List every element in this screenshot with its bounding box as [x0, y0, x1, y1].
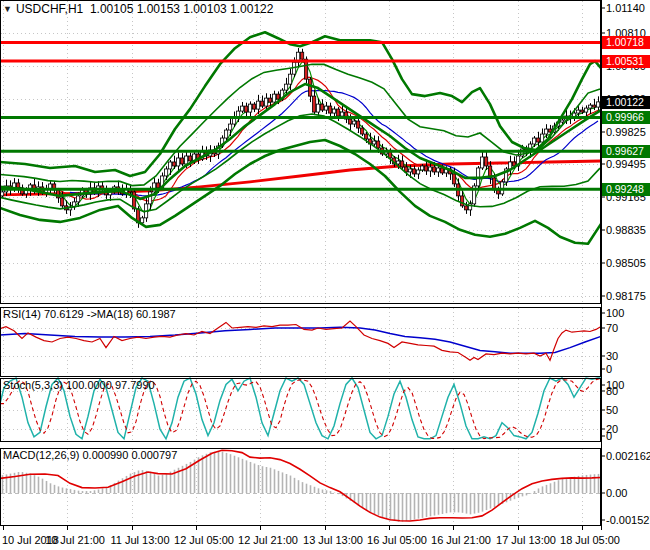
chart-ohlc-readout: 1.00105 1.00153 1.00103 1.00122	[90, 2, 274, 16]
macd-axis-label: 0.00	[606, 487, 627, 499]
stoch-axis-label: 80	[606, 385, 618, 397]
y-axis-label: 0.99495	[606, 158, 646, 170]
stoch-indicator-label: Stoch(5,3,3) 100.0000 97.7990	[3, 379, 155, 391]
rsi-axis-label: 70	[606, 322, 618, 334]
x-axis-label: 11 Jul 13:00	[110, 534, 169, 546]
price-level-badge: 0.99966	[602, 111, 650, 124]
y-axis-label: 0.98505	[606, 257, 646, 269]
price-level-badge: 1.00531	[602, 55, 650, 68]
chart-symbol-title: USDCHF,H1	[16, 2, 83, 16]
rsi-axis-label: 0	[606, 363, 612, 375]
macd-axis-label: -0.001527	[606, 514, 650, 526]
x-axis-label: 12 Jul 05:00	[174, 534, 234, 546]
x-axis-label: 16 Jul 21:00	[431, 534, 491, 546]
chart-canvas[interactable]	[0, 0, 650, 550]
current-price-badge: 1.00122	[602, 96, 650, 109]
x-axis-label: 16 Jul 05:00	[367, 534, 427, 546]
macd-indicator-label: MACD(12,26,9) 0.000990 0.000797	[3, 449, 177, 461]
y-axis-label: 0.99825	[606, 126, 646, 138]
stoch-axis-label: 0	[606, 430, 612, 442]
y-axis-label: 0.98835	[606, 224, 646, 236]
x-axis-label: 12 Jul 21:00	[238, 534, 298, 546]
price-level-badge: 0.99627	[602, 145, 650, 158]
rsi-axis-label: 30	[606, 350, 618, 362]
chart-collapse-icon[interactable]: ▼	[3, 4, 12, 14]
x-axis-label: 10 Jul 21:00	[45, 534, 105, 546]
chart-title-bar: ▼USDCHF,H1 1.00105 1.00153 1.00103 1.001…	[3, 2, 273, 16]
x-axis-label: 13 Jul 13:00	[303, 534, 363, 546]
chart-window: ▼USDCHF,H1 1.00105 1.00153 1.00103 1.001…	[0, 0, 650, 550]
x-axis-label: 17 Jul 13:00	[496, 534, 556, 546]
macd-axis-label: 0.002162	[606, 450, 650, 462]
grid-lines	[1, 1, 600, 525]
price-level-badge: 1.00718	[602, 36, 650, 49]
rsi-lines[interactable]	[0, 321, 601, 360]
stoch-axis-label: 50	[606, 404, 618, 416]
y-axis-label: 0.98175	[606, 290, 646, 302]
x-axis-label: 18 Jul 05:00	[560, 534, 620, 546]
price-level-badge: 0.99248	[602, 183, 650, 196]
rsi-indicator-label: RSI(14) 70.6129 ->MA(18) 60.1987	[3, 308, 176, 320]
macd-histogram	[3, 451, 599, 521]
rsi-axis-label: 100	[606, 307, 624, 319]
y-axis-label: 1.01140	[606, 2, 645, 14]
